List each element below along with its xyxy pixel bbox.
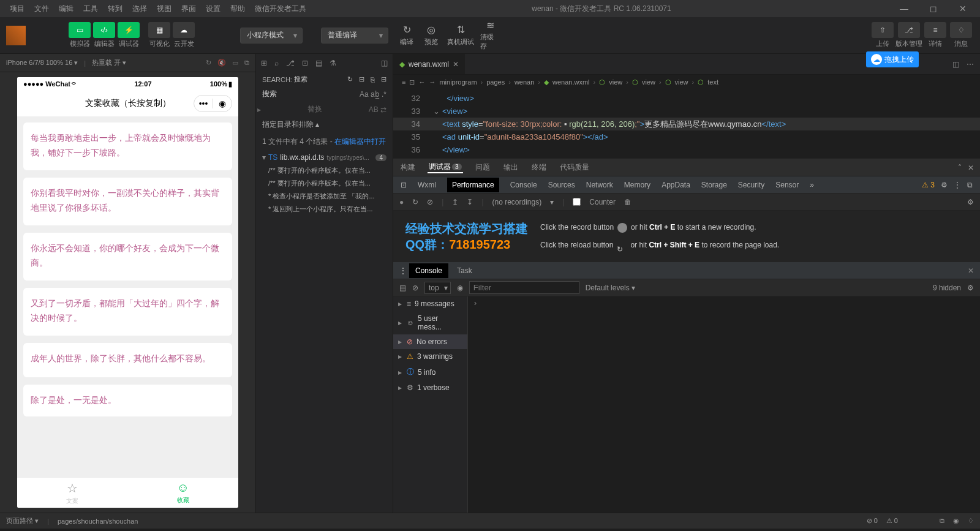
sim-refresh-icon[interactable]: ↻ [206,59,211,67]
console-filter-item[interactable]: ▸≡9 messages [393,296,467,311]
error-count[interactable]: ⊘ 0 [867,517,878,525]
download-icon[interactable]: ↧ [467,198,473,206]
tab-sensor[interactable]: Sensor [775,181,799,189]
search-match[interactable]: * 返回到上一个小程序。只有在当... [256,203,393,216]
sim-popup-icon[interactable]: ⧉ [244,59,249,67]
kebab-icon[interactable]: ⋮ [954,181,961,189]
word-icon[interactable]: ab̲ [371,90,380,99]
minimize-button[interactable]: — [892,1,916,16]
menu-tools[interactable]: 工具 [78,1,103,17]
sim-mute-icon[interactable]: 🔇 [217,59,226,67]
details-button[interactable]: ≡ [924,22,946,38]
tab-debugger[interactable]: 调试器3 [428,162,463,173]
user-avatar[interactable] [6,26,26,45]
text-card[interactable]: 你永远不会知道，你的哪个好友，会成为下一个微商。 [23,233,232,281]
maximize-button[interactable]: ◻ [921,1,946,16]
menu-goto[interactable]: 转到 [103,1,127,17]
sim-rotate-icon[interactable]: ▭ [232,59,238,67]
menu-settings[interactable]: 设置 [201,1,225,17]
menu-help[interactable]: 帮助 [225,1,250,17]
compile-select[interactable]: 普通编译 [321,28,388,43]
menu-interface[interactable]: 界面 [176,1,201,17]
tab-appdata[interactable]: AppData [662,181,690,189]
text-card[interactable]: 又到了一切矛盾，都能用「大过年的」四个字，解决的时候了。 [23,288,232,336]
replace-input[interactable]: 替换 [307,104,322,115]
explorer-icon[interactable]: ⊞ [261,59,267,67]
case-icon[interactable]: Aa [360,90,369,99]
console-drawer-tab[interactable]: Console [409,263,448,278]
list-icon[interactable]: ≡ [402,78,405,86]
clear-cache-button[interactable]: ≋清缓存 [480,24,500,47]
dock-icon[interactable]: ⧉ [967,181,973,189]
cloud-toggle[interactable]: ☁云开发 [173,22,195,48]
text-card[interactable]: 成年人的世界，除了长胖，其他什么都不容易。 [23,343,232,377]
tab-sources[interactable]: Sources [548,181,575,189]
close-tab-icon[interactable]: ✕ [453,60,459,69]
editor-toggle[interactable]: ‹/›编辑器 [93,22,115,48]
compile-button[interactable]: ↻编译 [397,24,417,47]
editor-tab[interactable]: ◆ wenan.wxml ✕ [393,54,466,74]
hidden-count[interactable]: 9 hidden [933,284,961,292]
gear-icon[interactable]: ⚙ [941,181,948,189]
search-match[interactable]: /** 要打开的小程序版本。仅在当... [256,164,393,177]
clear-icon[interactable]: ⊘ [427,198,433,206]
crumb-icon[interactable]: ⊡ [409,78,415,86]
page-path[interactable]: pages/shouchan/shouchan [58,518,138,525]
inspect-icon[interactable]: ⊡ [401,181,407,189]
preserve-icon[interactable]: AB [369,105,379,114]
task-drawer-tab[interactable]: Task [451,263,478,278]
hot-reload-toggle[interactable]: 热重载 开 ▾ [92,58,126,67]
version-button[interactable]: ⎇ [898,22,920,38]
more-icon[interactable]: ⋯ [967,60,974,69]
collapse-icon[interactable]: ⊟ [381,75,386,83]
tab-problems[interactable]: 问题 [474,162,491,173]
console-filter-item[interactable]: ▸⚙1 verbose [393,380,467,395]
console-filter-item[interactable]: ▸⚠3 warnings [393,349,467,364]
tab-wenan[interactable]: ☆文案 [17,478,128,508]
capsule-button[interactable]: ••• ◉ [194,95,232,112]
bell-icon[interactable]: ♢ [968,517,974,525]
regex-icon[interactable]: .* [382,90,386,99]
toggle-includes[interactable]: 指定目录和排除 ▴ [256,117,393,132]
console-output[interactable]: › [468,296,980,513]
text-card[interactable]: 每当我勇敢地走出一步，上帝就会及时慷慨地为我，铺好下一步下坡路。 [23,122,232,170]
newfile-icon[interactable]: ⎘ [371,76,375,83]
menu-file[interactable]: 文件 [29,1,54,17]
menu-edit[interactable]: 编辑 [54,1,78,17]
warning-badge[interactable]: ⚠ 3 [922,181,935,189]
visual-toggle[interactable]: ▦可视化 [148,22,170,48]
tab-storage[interactable]: Storage [701,181,727,189]
close-icon[interactable]: ✕ [968,164,974,172]
tab-security[interactable]: Security [738,181,764,189]
clear-icon[interactable]: ⊟ [359,75,364,83]
search-match[interactable]: /** 要打开的小程序版本。仅在当... [256,177,393,190]
chevron-up-icon[interactable]: ˄ [958,164,962,172]
more-tabs-icon[interactable]: » [810,181,814,189]
counter-checkbox[interactable] [573,198,581,206]
page-path-label[interactable]: 页面路径 ▾ [6,516,39,525]
tab-terminal[interactable]: 终端 [530,162,548,173]
chevron-down-icon[interactable]: ▾ [550,198,554,206]
kebab-icon[interactable]: ⋮ [399,266,407,275]
record-icon[interactable]: ● [399,198,404,206]
debugger-toggle[interactable]: ⚡调试器 [118,22,140,48]
search-match[interactable]: * 检查小程序是否被添加至 「我的... [256,190,393,203]
menu-view[interactable]: 视图 [152,1,176,17]
trash-icon[interactable]: 🗑 [624,198,631,206]
tab-output[interactable]: 输出 [502,162,519,173]
tab-console[interactable]: Console [510,181,537,189]
simulator-toggle[interactable]: ▭模拟器 [69,22,91,48]
popup-icon[interactable]: ⧉ [940,517,944,525]
search-icon[interactable]: ⌕ [274,59,279,67]
tab-performance[interactable]: Performance [447,178,499,192]
code-editor[interactable]: 32 </view>33⌄<view>34<text style="font-s… [393,89,980,159]
clear-console-icon[interactable]: ⊘ [412,284,418,292]
console-filter-item[interactable]: ▸⊘No errors [393,334,467,349]
upload-button[interactable]: ⇧ [872,22,894,38]
panel-icon[interactable]: ◫ [381,59,388,67]
preview-button[interactable]: ◎预览 [421,24,441,47]
console-filter-item[interactable]: ▸☺5 user mess... [393,311,467,334]
close-drawer-icon[interactable]: ✕ [968,266,974,275]
menu-project[interactable]: 项目 [5,1,29,17]
breadcrumb[interactable]: ≡ ⊡ ←→ miniprogram› pages› wenan› ◆wenan… [393,75,980,89]
